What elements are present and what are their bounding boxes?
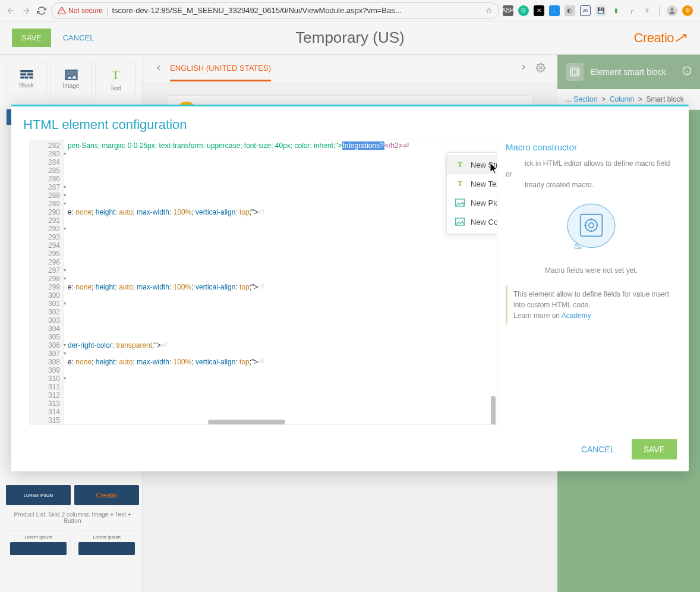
save-button[interactable]: SAVE xyxy=(12,29,51,47)
code-editor[interactable]: 2822832842852862872882892902912922932942… xyxy=(29,140,497,425)
ext-gray-icon[interactable]: ◐ xyxy=(565,5,575,16)
macro-context-menu: T New String T New Text New Picture xyxy=(446,152,497,234)
ctx-new-string[interactable]: T New String xyxy=(447,155,497,174)
ext-grid-icon[interactable]: # xyxy=(642,5,652,16)
thumb-lorem[interactable]: LOREM IPSUM xyxy=(6,485,71,505)
gear-icon[interactable] xyxy=(536,63,546,75)
ctx-new-color[interactable]: New Color xyxy=(447,212,497,231)
nav-back-icon[interactable] xyxy=(5,5,17,17)
ext-save-icon[interactable]: 💾 xyxy=(595,5,606,16)
macro-illustration xyxy=(506,199,677,258)
code-gutter: 2822832842852862872882892902912922932942… xyxy=(30,140,64,424)
macro-title: Macro constructor xyxy=(506,142,677,152)
browser-toolbar: Not secure | tscore-dev-12:85/SE_M_SEENU… xyxy=(0,0,700,21)
palette-text[interactable]: T Text xyxy=(95,62,136,96)
svg-point-10 xyxy=(540,67,542,69)
palette-block[interactable]: Block xyxy=(6,62,47,96)
ctx-new-text[interactable]: T New Text xyxy=(447,174,497,193)
academy-link[interactable]: Academy xyxy=(562,311,591,320)
breadcrumb-column[interactable]: Column xyxy=(610,95,634,103)
template-thumbnails: LOREM IPSUM Creatio Product List. Grid 2… xyxy=(6,485,139,559)
macro-description: XXXXick in HTML editor allows to define … xyxy=(506,158,677,190)
svg-rect-4 xyxy=(20,76,24,78)
modal-title: HTML element configuration xyxy=(11,106,689,140)
color-icon xyxy=(455,217,465,226)
svg-rect-15 xyxy=(572,70,577,74)
svg-rect-5 xyxy=(24,76,28,78)
smartblock-header: Element smart block xyxy=(557,55,700,89)
chevron-right-icon[interactable] xyxy=(519,63,528,75)
language-bar: ENGLISH (UNITED STATES) xyxy=(143,55,557,83)
ext-download-icon[interactable]: ↓ xyxy=(549,5,560,16)
ext-green-icon[interactable]: ▮ xyxy=(611,5,622,16)
info-icon[interactable] xyxy=(682,66,692,78)
url-text: tscore-dev-12:85/SE_M_SEENU_3329492_0615… xyxy=(112,6,401,15)
nav-reload-icon[interactable] xyxy=(36,5,48,17)
svg-rect-6 xyxy=(29,76,33,78)
avatar-icon[interactable] xyxy=(667,5,677,16)
svg-point-0 xyxy=(671,8,674,11)
app-header: SAVE CANCEL Temporary (US) Creatio xyxy=(0,21,700,55)
macro-panel: Macro constructor XXXXick in HTML editor… xyxy=(504,140,683,425)
macro-info-box: This element allow to define fields for … xyxy=(506,285,677,325)
thumb-creatio[interactable]: Creatio xyxy=(74,485,139,505)
chevron-left-icon[interactable] xyxy=(154,64,163,74)
modal-footer: CANCEL SAVE xyxy=(11,431,689,471)
vertical-scrollbar[interactable] xyxy=(491,396,496,425)
breadcrumb-current: Smart block xyxy=(646,95,683,103)
svg-rect-1 xyxy=(20,70,33,73)
smartblock-icon xyxy=(566,63,584,81)
code-content[interactable]: pen·Sans;·margin:·0·0·25px;·text-transfo… xyxy=(64,140,497,424)
palette-image[interactable]: Image xyxy=(51,62,92,96)
ext-ruler-icon[interactable]: ┌ xyxy=(626,5,637,16)
creatio-logo: Creatio xyxy=(634,30,688,46)
horizontal-scrollbar[interactable] xyxy=(208,420,285,424)
thumb-caption: Product List. Grid 2 columns: Image + Te… xyxy=(6,509,139,530)
nav-forward-icon[interactable] xyxy=(20,5,32,17)
text-t-icon: T xyxy=(455,179,465,188)
ext-calendar-icon[interactable]: 26 xyxy=(580,5,591,16)
text-t-icon: T xyxy=(455,160,465,169)
ext-orange-icon[interactable]: ⚙ xyxy=(682,5,693,16)
cancel-button[interactable]: CANCEL xyxy=(63,33,94,42)
ext-adblock-icon[interactable]: ABP xyxy=(503,5,513,16)
security-warning-icon: Not secure xyxy=(58,7,103,15)
picture-icon xyxy=(455,198,465,207)
svg-point-19 xyxy=(567,204,615,247)
html-config-modal: HTML element configuration 2822832842852… xyxy=(11,105,689,471)
ctx-new-picture[interactable]: New Picture xyxy=(447,193,497,212)
security-warning-text: Not secure xyxy=(68,7,103,15)
modal-cancel-button[interactable]: CANCEL xyxy=(573,439,623,459)
address-bar[interactable]: Not secure | tscore-dev-12:85/SE_M_SEENU… xyxy=(51,2,499,19)
svg-rect-14 xyxy=(570,68,579,76)
smartblock-title: Element smart block xyxy=(591,67,666,77)
svg-point-8 xyxy=(67,72,70,74)
macro-empty-text: Macro fields were not set yet. xyxy=(506,266,677,275)
page-title: Temporary (US) xyxy=(295,29,404,47)
breadcrumb-section[interactable]: Section xyxy=(573,95,597,103)
ext-grammarly-icon[interactable]: G xyxy=(518,5,529,16)
thumb-card-1[interactable]: Lorem Ipsum xyxy=(6,530,71,559)
ext-black-icon[interactable]: ✕ xyxy=(534,5,544,16)
extension-icons: ABP G ✕ ↓ ◐ 26 💾 ▮ ┌ # | ⚙ xyxy=(503,5,695,16)
thumb-card-2[interactable]: Lorem Ipsum xyxy=(74,530,139,559)
svg-rect-3 xyxy=(27,73,33,75)
language-tab[interactable]: ENGLISH (UNITED STATES) xyxy=(170,64,271,81)
svg-rect-2 xyxy=(20,73,26,75)
modal-save-button[interactable]: SAVE xyxy=(632,439,677,459)
